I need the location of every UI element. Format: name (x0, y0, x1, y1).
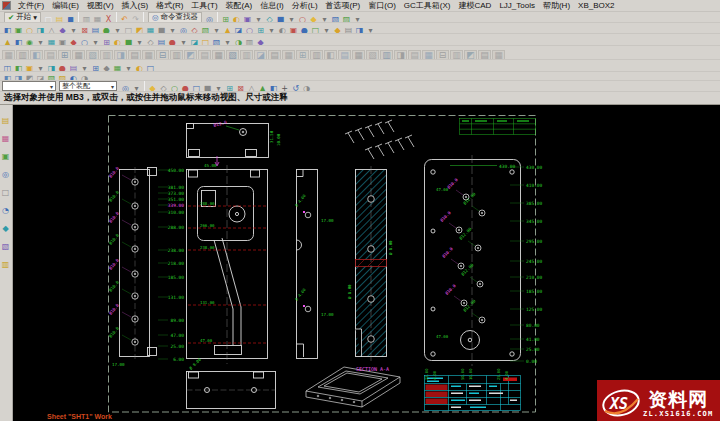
toolbar-icon[interactable]: ▧ (211, 38, 222, 47)
selection-scope-combo[interactable]: 整个装配 ▾ (59, 81, 117, 91)
toolbar-icon[interactable]: □ (200, 38, 211, 47)
menu-item[interactable]: 视图(V) (83, 1, 118, 10)
toolbar-icon[interactable]: ○ (24, 26, 35, 34)
toolbar-icon[interactable]: ⊞ (255, 26, 266, 34)
toolbar-icon[interactable]: ▥ (240, 50, 253, 61)
toolbar-icon[interactable]: ▾ (68, 26, 79, 34)
toolbar-icon[interactable]: ▥ (170, 50, 183, 61)
toolbar-icon[interactable]: ● (57, 64, 68, 73)
toolbar-icon[interactable]: ▲ (257, 84, 268, 92)
toolbar-icon[interactable]: ▾ (222, 38, 233, 47)
menu-item[interactable]: 工具(T) (187, 1, 221, 10)
toolbar-icon[interactable]: + (279, 84, 290, 92)
toolbar-icon[interactable]: ◐ (68, 74, 79, 81)
toolbar-icon[interactable]: ○ (244, 26, 255, 34)
toolbar-icon[interactable]: ▧ (226, 50, 239, 61)
toolbar-icon[interactable]: ◇ (189, 26, 200, 34)
toolbar-icon[interactable]: ▥ (450, 50, 463, 61)
menu-item[interactable]: 窗口(O) (364, 1, 400, 10)
toolbar-icon[interactable]: ▥ (16, 50, 29, 61)
toolbar-icon[interactable]: ▦ (492, 50, 505, 61)
toolbar-icon[interactable]: ▤ (128, 50, 141, 61)
toolbar-icon[interactable]: ◉ (24, 38, 35, 47)
resource-bar-icon[interactable]: □ (0, 188, 11, 198)
toolbar-icon[interactable]: ▤ (343, 26, 354, 34)
toolbar-icon[interactable]: ◩ (464, 50, 477, 61)
toolbar-icon[interactable]: ◐ (112, 38, 123, 47)
menu-item[interactable]: 建模CAD (454, 1, 495, 10)
toolbar-icon[interactable]: ● (180, 84, 191, 92)
toolbar-icon[interactable]: ◎ (204, 15, 215, 23)
toolbar-icon[interactable]: ▾ (178, 38, 189, 47)
toolbar-icon[interactable]: ▤ (268, 50, 281, 61)
toolbar-icon[interactable]: ▦ (352, 50, 365, 61)
toolbar-icon[interactable]: □ (123, 26, 134, 34)
toolbar-icon[interactable]: ▥ (380, 50, 393, 61)
toolbar-icon[interactable]: ▣ (24, 64, 35, 73)
toolbar-icon[interactable]: ◪ (35, 74, 46, 81)
toolbar-icon[interactable]: ▾ (352, 15, 363, 23)
toolbar-icon[interactable]: ▦ (46, 38, 57, 47)
toolbar-icon[interactable]: ▾ (286, 15, 297, 23)
menu-item[interactable]: 格式(R) (152, 1, 187, 10)
resource-bar-icon[interactable]: ◆ (0, 224, 11, 234)
toolbar-icon[interactable]: ▥ (81, 15, 92, 23)
toolbar-icon[interactable]: ◇ (145, 38, 156, 47)
toolbar-icon[interactable]: ⊟ (436, 50, 449, 61)
toolbar-icon[interactable]: ◨ (35, 26, 46, 34)
menu-item[interactable]: XB_BOX2 (574, 1, 618, 10)
toolbar-icon[interactable]: ▾ (167, 26, 178, 34)
toolbar-icon[interactable]: ◨ (354, 26, 365, 34)
toolbar-icon[interactable]: ■ (156, 26, 167, 34)
toolbar-icon[interactable]: ▾ (131, 84, 142, 92)
toolbar-icon[interactable]: ◧ (268, 84, 279, 92)
toolbar-icon[interactable]: ▦ (92, 15, 103, 23)
toolbar-icon[interactable]: ▦ (2, 50, 15, 61)
toolbar-icon[interactable]: ▤ (156, 38, 167, 47)
toolbar-icon[interactable]: ◇ (158, 84, 169, 92)
toolbar-icon[interactable]: ▣ (13, 26, 24, 34)
toolbar-icon[interactable]: ▢ (43, 15, 54, 23)
toolbar-icon[interactable]: ⊞ (90, 64, 101, 73)
toolbar-icon[interactable]: ◑ (79, 74, 90, 81)
toolbar-icon[interactable]: ⊞ (58, 50, 71, 61)
toolbar-icon[interactable]: ■ (202, 84, 213, 92)
toolbar-icon[interactable]: ▤ (90, 26, 101, 34)
resource-bar-icon[interactable]: ▣ (0, 152, 11, 162)
toolbar-icon[interactable]: ⊠ (235, 84, 246, 92)
toolbar-icon[interactable]: ■ (275, 15, 286, 23)
toolbar-icon[interactable]: ◆ (101, 64, 112, 73)
toolbar-icon[interactable]: ▾ (365, 26, 376, 34)
toolbar-icon[interactable]: ▤ (408, 50, 421, 61)
toolbar-icon[interactable]: ▾ (35, 38, 46, 47)
toolbar-icon[interactable]: ◫ (2, 64, 13, 73)
toolbar-icon[interactable]: ◑ (233, 38, 244, 47)
toolbar-icon[interactable]: ▦ (212, 50, 225, 61)
resource-bar-icon[interactable]: ◎ (0, 170, 11, 180)
toolbar-icon[interactable]: ◎ (120, 84, 131, 92)
toolbar-icon[interactable]: ▧ (86, 50, 99, 61)
toolbar-icon[interactable]: ◧ (13, 38, 24, 47)
toolbar-icon[interactable]: ▨ (57, 74, 68, 81)
toolbar-icon[interactable]: ◐ (231, 15, 242, 23)
toolbar-icon[interactable]: ▤ (478, 50, 491, 61)
toolbar-icon[interactable]: ◐ (277, 26, 288, 34)
toolbar-icon[interactable]: ◐ (134, 64, 145, 73)
toolbar-icon[interactable]: ▾ (90, 38, 101, 47)
menu-item[interactable]: 信息(I) (256, 1, 288, 10)
toolbar-icon[interactable]: ▤ (198, 50, 211, 61)
toolbar-icon[interactable]: ▾ (35, 64, 46, 73)
toolbar-icon[interactable]: ▦ (282, 50, 295, 61)
toolbar-icon[interactable]: ◑ (301, 84, 312, 92)
start-menu-button[interactable]: ✔ 开始 ▾ (4, 12, 41, 23)
toolbar-icon[interactable]: ◩ (184, 50, 197, 61)
toolbar-icon[interactable]: ⊞ (296, 50, 309, 61)
toolbar-icon[interactable]: ▥ (244, 38, 255, 47)
toolbar-icon[interactable]: ▧ (366, 50, 379, 61)
toolbar-icon[interactable]: ⊞ (101, 38, 112, 47)
selection-filter-input[interactable]: ▾ (2, 81, 56, 91)
resource-bar-icon[interactable]: ▤ (0, 116, 11, 126)
toolbar-icon[interactable]: ◼ (65, 15, 76, 23)
toolbar-icon[interactable]: ▾ (266, 26, 277, 34)
toolbar-icon[interactable]: ◨ (114, 50, 127, 61)
